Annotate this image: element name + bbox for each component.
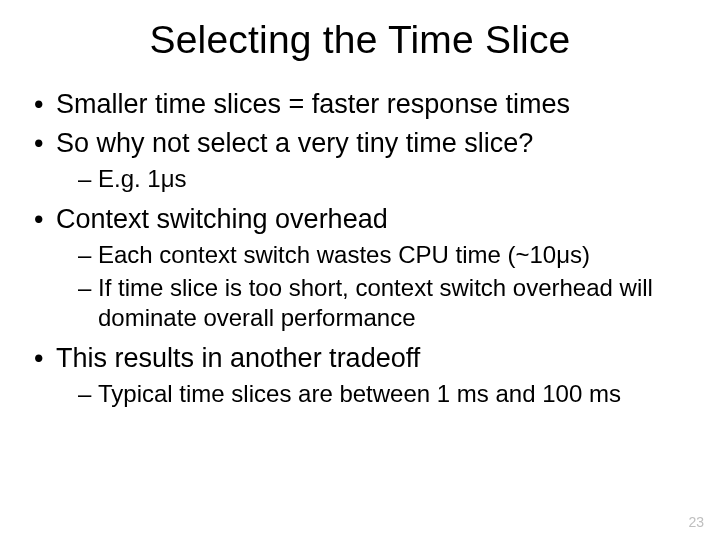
bullet-item: This results in another tradeoff Typical… — [34, 342, 686, 408]
bullet-item: Context switching overhead Each context … — [34, 203, 686, 332]
bullet-text: Context switching overhead — [56, 204, 388, 234]
sub-bullet-text: Each context switch wastes CPU time (~10… — [98, 241, 590, 268]
sub-bullet-item: If time slice is too short, context swit… — [78, 273, 686, 332]
sub-bullet-text: If time slice is too short, context swit… — [98, 274, 653, 330]
sub-bullet-item: E.g. 1μs — [78, 164, 686, 193]
bullet-item: Smaller time slices = faster response ti… — [34, 88, 686, 121]
bullet-text: This results in another tradeoff — [56, 343, 420, 373]
sub-bullet-list: Each context switch wastes CPU time (~10… — [56, 240, 686, 332]
sub-bullet-text: E.g. 1μs — [98, 165, 187, 192]
bullet-list: Smaller time slices = faster response ti… — [34, 88, 686, 408]
sub-bullet-item: Each context switch wastes CPU time (~10… — [78, 240, 686, 269]
sub-bullet-text: Typical time slices are between 1 ms and… — [98, 380, 621, 407]
slide: Selecting the Time Slice Smaller time sl… — [0, 0, 720, 540]
bullet-text: Smaller time slices = faster response ti… — [56, 89, 570, 119]
sub-bullet-item: Typical time slices are between 1 ms and… — [78, 379, 686, 408]
slide-title: Selecting the Time Slice — [34, 18, 686, 62]
bullet-item: So why not select a very tiny time slice… — [34, 127, 686, 193]
bullet-text: So why not select a very tiny time slice… — [56, 128, 533, 158]
sub-bullet-list: Typical time slices are between 1 ms and… — [56, 379, 686, 408]
sub-bullet-list: E.g. 1μs — [56, 164, 686, 193]
page-number: 23 — [688, 514, 704, 530]
